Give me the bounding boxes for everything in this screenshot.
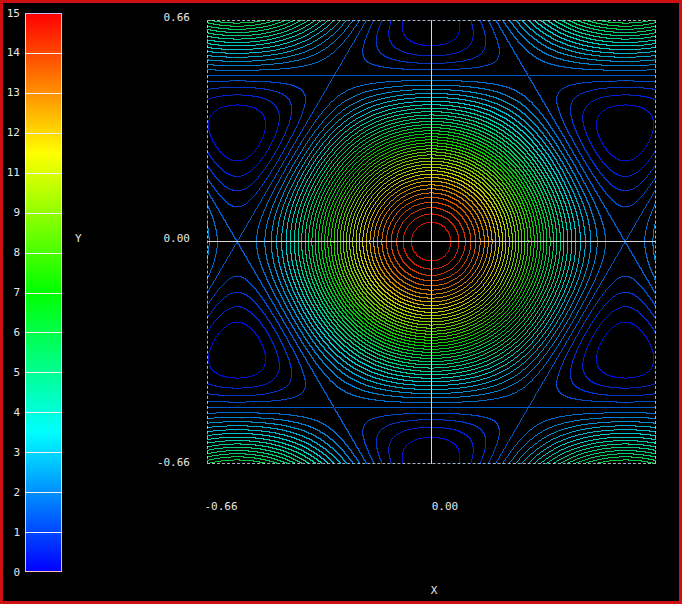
colorbar-tick-label: 2 — [3, 486, 20, 499]
colorbar-tick-label: 9 — [3, 206, 20, 219]
colorbar-separator — [25, 532, 62, 533]
colorbar-separator — [25, 93, 62, 94]
x-tick-label-mid: 0.00 — [423, 500, 467, 513]
colorbar-separator — [25, 492, 62, 493]
y-tick-label-bottom: -0.66 — [123, 456, 190, 469]
colorbar-tick-label: 15 — [3, 7, 20, 20]
colorbar-tick-label: 6 — [3, 326, 20, 339]
colorbar-tick-label: 5 — [3, 366, 20, 379]
colorbar-tick-label: 4 — [3, 406, 20, 419]
colorbar-tick-label: 12 — [3, 126, 20, 139]
y-axis-title: Y — [75, 232, 91, 245]
y-zero-crosshair-line — [207, 241, 656, 242]
x-tick-label-left: -0.66 — [199, 500, 243, 513]
colorbar-tick-label: 0 — [3, 566, 20, 579]
colorbar-separator — [25, 53, 62, 54]
colorbar-tick-label: 3 — [3, 446, 20, 459]
plot-window: 15141312119876543210 Y 0.66 0.00 -0.66 -… — [0, 0, 682, 604]
colorbar-separator — [25, 452, 62, 453]
colorbar-separator — [25, 372, 62, 373]
colorbar-separator — [25, 332, 62, 333]
colorbar-tick-label: 14 — [3, 46, 20, 59]
colorbar-tick-label: 7 — [3, 286, 20, 299]
colorbar-separator — [25, 213, 62, 214]
colorbar-tick-label: 8 — [3, 246, 20, 259]
colorbar-tick-label: 1 — [3, 526, 20, 539]
y-tick-label-mid: 0.00 — [123, 232, 190, 245]
x-axis-title: X — [412, 584, 456, 597]
plot-area — [207, 20, 656, 464]
colorbar-tick-label: 13 — [3, 86, 20, 99]
y-tick-label-top: 0.66 — [123, 11, 190, 24]
colorbar-separator — [25, 133, 62, 134]
colorbar-tick-label: 11 — [3, 166, 20, 179]
colorbar-separator — [25, 173, 62, 174]
x-zero-crosshair-line — [431, 20, 432, 464]
colorbar-separator — [25, 412, 62, 413]
colorbar-separator — [25, 293, 62, 294]
colorbar-separator — [25, 253, 62, 254]
